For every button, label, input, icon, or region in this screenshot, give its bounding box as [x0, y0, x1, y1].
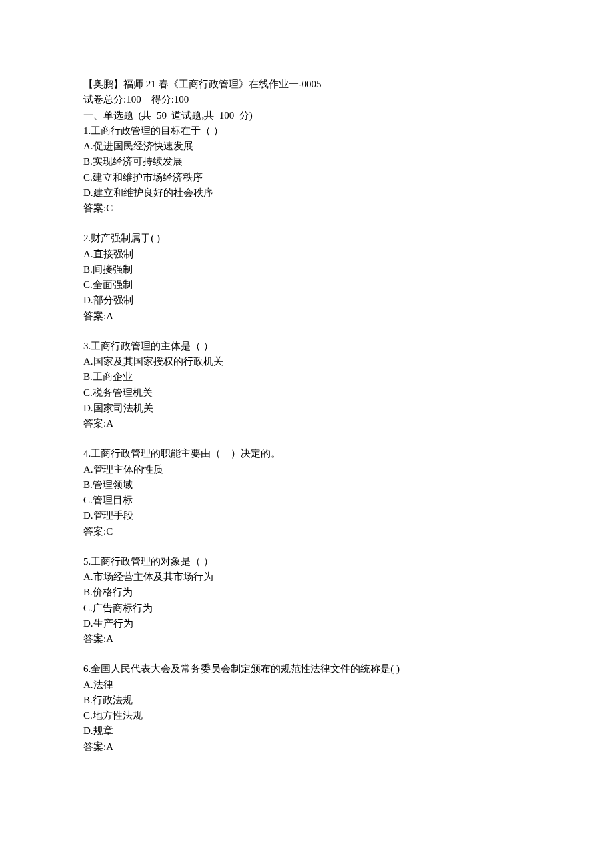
question-stem: 5.工商行政管理的对象是（ ）: [83, 554, 530, 569]
answer-prefix: 答案:: [83, 526, 106, 537]
question-option: A.直接强制: [83, 247, 530, 262]
answer-value: C: [106, 526, 113, 537]
question-option: C.广告商标行为: [83, 601, 530, 616]
section-heading: 一、单选题 (共 50 道试题,共 100 分): [83, 108, 530, 123]
question-option: B.管理领域: [83, 477, 530, 493]
answer-value: A: [106, 311, 113, 321]
question-answer: 答案:A: [83, 309, 530, 324]
question-option: A.促进国民经济快速发展: [83, 139, 530, 154]
question-block: 2.财产强制属于( )A.直接强制B.间接强制C.全面强制D.部分强制答案:A: [83, 231, 530, 324]
question-answer: 答案:A: [83, 739, 530, 755]
question-option: D.国家司法机关: [83, 401, 530, 416]
answer-prefix: 答案:: [83, 418, 106, 429]
question-option: B.实现经济可持续发展: [83, 154, 530, 169]
question-option: D.生产行为: [83, 616, 530, 631]
questions-container: 1.工商行政管理的目标在于（ ）A.促进国民经济快速发展B.实现经济可持续发展C…: [83, 123, 530, 755]
answer-value: A: [106, 741, 113, 752]
question-answer: 答案:C: [83, 201, 530, 216]
question-block: 6.全国人民代表大会及常务委员会制定颁布的规范性法律文件的统称是( )A.法律B…: [83, 661, 530, 755]
question-block: 5.工商行政管理的对象是（ ）A.市场经营主体及其市场行为B.价格行为C.广告商…: [83, 554, 530, 647]
answer-prefix: 答案:: [83, 741, 106, 752]
question-option: A.国家及其国家授权的行政机关: [83, 354, 530, 369]
question-stem: 4.工商行政管理的职能主要由（ ）决定的。: [83, 446, 530, 461]
question-option: C.地方性法规: [83, 708, 530, 723]
answer-value: A: [106, 418, 113, 429]
question-option: A.法律: [83, 677, 530, 693]
question-option: C.管理目标: [83, 493, 530, 508]
question-stem: 3.工商行政管理的主体是（ ）: [83, 339, 530, 354]
question-option: A.市场经营主体及其市场行为: [83, 569, 530, 585]
question-option: D.规章: [83, 723, 530, 739]
question-option: A.管理主体的性质: [83, 462, 530, 477]
question-option: C.建立和维护市场经济秩序: [83, 170, 530, 185]
answer-prefix: 答案:: [83, 311, 106, 321]
question-answer: 答案:A: [83, 631, 530, 647]
document-page: 【奥鹏】福师 21 春《工商行政管理》在线作业一-0005 试卷总分:100 得…: [0, 0, 613, 868]
question-option: B.行政法规: [83, 693, 530, 708]
question-option: B.工商企业: [83, 369, 530, 385]
question-option: C.全面强制: [83, 277, 530, 293]
question-option: D.部分强制: [83, 293, 530, 308]
question-option: B.间接强制: [83, 262, 530, 277]
question-stem: 1.工商行政管理的目标在于（ ）: [83, 123, 530, 139]
question-option: B.价格行为: [83, 585, 530, 600]
question-stem: 2.财产强制属于( ): [83, 231, 530, 246]
answer-value: A: [106, 633, 113, 644]
question-option: C.税务管理机关: [83, 385, 530, 401]
score-line: 试卷总分:100 得分:100: [83, 92, 530, 107]
question-option: D.建立和维护良好的社会秩序: [83, 185, 530, 201]
answer-prefix: 答案:: [83, 203, 106, 213]
question-block: 4.工商行政管理的职能主要由（ ）决定的。A.管理主体的性质B.管理领域C.管理…: [83, 446, 530, 539]
question-answer: 答案:C: [83, 524, 530, 539]
question-stem: 6.全国人民代表大会及常务委员会制定颁布的规范性法律文件的统称是( ): [83, 661, 530, 677]
answer-prefix: 答案:: [83, 633, 106, 644]
answer-value: C: [106, 203, 113, 213]
question-block: 1.工商行政管理的目标在于（ ）A.促进国民经济快速发展B.实现经济可持续发展C…: [83, 123, 530, 217]
question-option: D.管理手段: [83, 508, 530, 523]
question-answer: 答案:A: [83, 416, 530, 431]
exam-title: 【奥鹏】福师 21 春《工商行政管理》在线作业一-0005: [83, 77, 530, 92]
question-block: 3.工商行政管理的主体是（ ）A.国家及其国家授权的行政机关B.工商企业C.税务…: [83, 339, 530, 432]
